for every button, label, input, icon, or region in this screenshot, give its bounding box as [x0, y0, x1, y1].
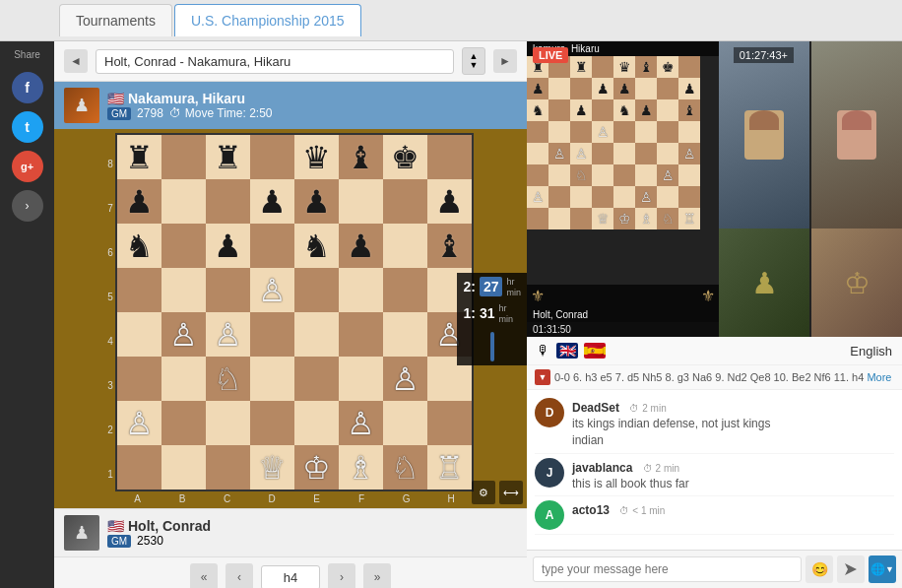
square[interactable] — [339, 179, 383, 224]
square[interactable] — [383, 401, 427, 445]
square[interactable]: ♙ — [117, 401, 161, 445]
square[interactable]: ♞ — [117, 224, 161, 268]
chess-board[interactable]: ♜♜♛♝♚♟♟♟♟♞♟♞♟♝♙♙♙♙♘♙♙♙♕♔♗♘♖ — [115, 133, 474, 491]
square[interactable]: ♙ — [250, 268, 294, 312]
square[interactable]: ♟ — [294, 179, 339, 224]
square[interactable]: ♖ — [427, 445, 472, 490]
square[interactable] — [383, 179, 427, 224]
mini-square: ♞ — [613, 99, 635, 121]
moves-more-link[interactable]: More — [867, 371, 891, 383]
last-move-button[interactable]: » — [363, 563, 391, 588]
video-bottom-player-name: Holt, Conrad — [527, 307, 719, 322]
square[interactable]: ♙ — [339, 401, 383, 445]
square[interactable] — [117, 312, 161, 357]
square[interactable] — [250, 135, 294, 179]
square[interactable]: ♙ — [383, 357, 427, 401]
board-flip-button[interactable]: ⟷ — [499, 481, 523, 504]
square[interactable] — [161, 357, 206, 401]
square[interactable] — [161, 224, 206, 268]
square[interactable]: ♘ — [383, 445, 427, 490]
board-settings-button[interactable]: ⚙ — [472, 481, 495, 504]
first-move-button[interactable]: « — [190, 563, 218, 588]
chat-text: its kings indian defense, not just kings… — [572, 416, 894, 449]
tab-us-championship[interactable]: U.S. Championship 2015 — [174, 4, 361, 36]
square[interactable] — [206, 268, 250, 312]
square[interactable]: ♚ — [383, 135, 427, 179]
square[interactable] — [383, 224, 427, 268]
chat-username: DeadSet — [572, 401, 619, 415]
game-dropdown-button[interactable]: ▲▼ — [462, 47, 485, 75]
game-title-input[interactable] — [96, 49, 454, 74]
square[interactable] — [161, 268, 206, 312]
square[interactable] — [117, 445, 161, 490]
square[interactable] — [250, 401, 294, 445]
square[interactable]: ♘ — [206, 357, 250, 401]
square[interactable] — [117, 357, 161, 401]
next-move-button[interactable]: › — [328, 563, 355, 588]
prev-game-button[interactable]: ◄ — [64, 49, 88, 73]
square[interactable] — [294, 312, 339, 357]
twitter-button[interactable]: t — [12, 111, 43, 143]
flag-english-button[interactable]: 🇬🇧 — [556, 343, 578, 359]
square[interactable] — [339, 312, 383, 357]
square[interactable] — [206, 445, 250, 490]
square[interactable] — [383, 268, 427, 312]
tab-tournaments[interactable]: Tournaments — [59, 4, 172, 36]
square[interactable] — [339, 268, 383, 312]
square[interactable] — [250, 357, 294, 401]
mini-square: ♝ — [678, 99, 700, 121]
square[interactable] — [250, 312, 294, 357]
commentator-video-left: ♟ — [719, 229, 809, 337]
square[interactable]: ♞ — [294, 224, 339, 268]
chat-input-area: 😊 🌐 ▼ — [527, 550, 902, 588]
square[interactable]: ♙ — [161, 312, 206, 357]
chat-avatar: D — [535, 398, 564, 427]
square[interactable] — [206, 401, 250, 445]
square[interactable]: ♟ — [206, 224, 250, 268]
next-game-button[interactable]: ► — [493, 49, 517, 73]
square[interactable]: ♔ — [294, 445, 339, 490]
square[interactable] — [206, 179, 250, 224]
square[interactable]: ♝ — [427, 224, 472, 268]
chat-message: DDeadSet ⏱ 2 minits kings indian defense… — [535, 394, 894, 454]
mini-square — [548, 99, 570, 121]
globe-button[interactable]: 🌐 ▼ — [869, 555, 896, 583]
square[interactable] — [427, 135, 472, 179]
chat-input[interactable] — [533, 556, 802, 582]
square[interactable]: ♟ — [339, 224, 383, 268]
prev-move-button[interactable]: ‹ — [226, 563, 253, 588]
square[interactable]: ♟ — [250, 179, 294, 224]
video-timer-bottom: 01:31:50 — [527, 322, 719, 337]
video-feed-left — [719, 41, 809, 229]
emoji-button[interactable]: 😊 — [805, 555, 833, 583]
share-arrow-button[interactable]: › — [12, 190, 43, 222]
square[interactable]: ♗ — [339, 445, 383, 490]
square[interactable] — [117, 268, 161, 312]
square[interactable]: ♜ — [206, 135, 250, 179]
send-button[interactable] — [837, 555, 865, 583]
facebook-button[interactable]: f — [12, 72, 43, 103]
square[interactable] — [250, 224, 294, 268]
google-plus-button[interactable]: g+ — [12, 151, 43, 182]
square[interactable]: ♟ — [427, 179, 472, 224]
square[interactable] — [161, 179, 206, 224]
square[interactable]: ♕ — [250, 445, 294, 490]
square[interactable]: ♝ — [339, 135, 383, 179]
square[interactable] — [294, 268, 339, 312]
square[interactable] — [294, 357, 339, 401]
square[interactable]: ♜ — [117, 135, 161, 179]
square[interactable] — [294, 401, 339, 445]
square[interactable]: ♛ — [294, 135, 339, 179]
square[interactable] — [161, 445, 206, 490]
square[interactable] — [427, 401, 472, 445]
moves-scroll-button[interactable]: ▼ — [535, 369, 550, 385]
mini-square: ♞ — [527, 99, 548, 121]
square[interactable]: ♟ — [117, 179, 161, 224]
square[interactable] — [161, 401, 206, 445]
flag-spanish-button[interactable]: 🇪🇸 — [584, 343, 606, 359]
square[interactable]: ♙ — [206, 312, 250, 357]
square[interactable] — [339, 357, 383, 401]
microphone-icon[interactable]: 🎙 — [537, 343, 550, 359]
square[interactable] — [383, 312, 427, 357]
square[interactable] — [161, 135, 206, 179]
